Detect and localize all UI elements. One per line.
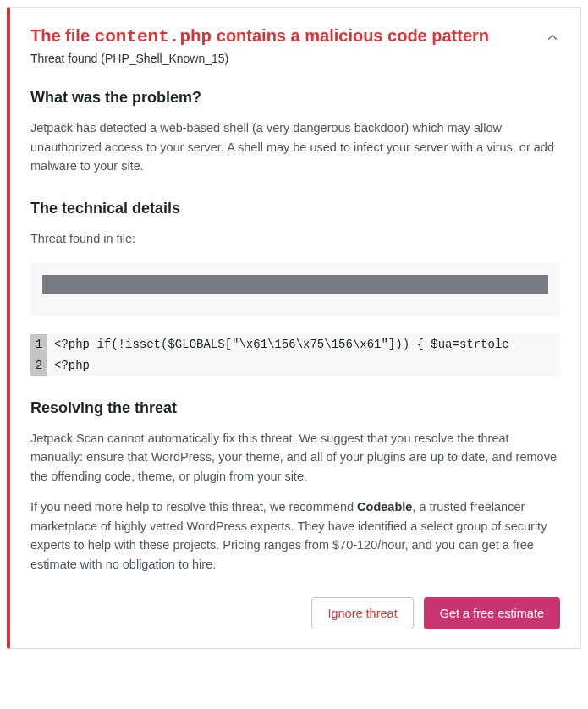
code-snippet: 1 <?php if(!isset($GLOBALS["\x61\156\x75…	[30, 334, 560, 376]
action-row: Ignore threat Get a free estimate	[30, 597, 560, 629]
technical-heading: The technical details	[30, 200, 560, 217]
collapse-toggle[interactable]	[545, 30, 560, 48]
threat-subtitle: Threat found (PHP_Shell_Known_15)	[30, 52, 489, 65]
resolving-heading: Resolving the threat	[30, 399, 560, 417]
title-block: The file content.php contains a maliciou…	[30, 25, 489, 65]
resolving-body-2: If you need more help to resolve this th…	[30, 497, 560, 574]
line-number: 2	[30, 355, 47, 376]
title-prefix: The file	[30, 26, 95, 45]
ignore-threat-button[interactable]: Ignore threat	[311, 597, 413, 629]
file-context-highlight	[42, 275, 548, 294]
threat-title: The file content.php contains a maliciou…	[30, 25, 489, 48]
threat-card: The file content.php contains a maliciou…	[7, 7, 581, 649]
threat-header: The file content.php contains a maliciou…	[30, 25, 560, 65]
resolving-body-1: Jetpack Scan cannot automatically fix th…	[30, 429, 560, 486]
threat-found-in-label: Threat found in file:	[30, 229, 560, 248]
resolving-body-2-pre: If you need more help to resolve this th…	[30, 500, 357, 514]
codeable-name: Codeable	[357, 500, 412, 514]
code-content: <?php	[47, 355, 90, 376]
title-suffix: contains a malicious code pattern	[212, 26, 489, 45]
code-line-2: 2 <?php	[30, 355, 560, 376]
file-context-bar	[30, 263, 560, 316]
problem-heading: What was the problem?	[30, 89, 560, 107]
chevron-up-icon	[545, 30, 560, 45]
code-content: <?php if(!isset($GLOBALS["\x61\156\x75\1…	[47, 334, 509, 354]
threat-filename: content.php	[95, 27, 212, 47]
code-line-1: 1 <?php if(!isset($GLOBALS["\x61\156\x75…	[30, 334, 560, 354]
get-estimate-button[interactable]: Get a free estimate	[424, 597, 560, 629]
problem-body: Jetpack has detected a web-based shell (…	[30, 118, 560, 175]
line-number: 1	[30, 334, 47, 354]
